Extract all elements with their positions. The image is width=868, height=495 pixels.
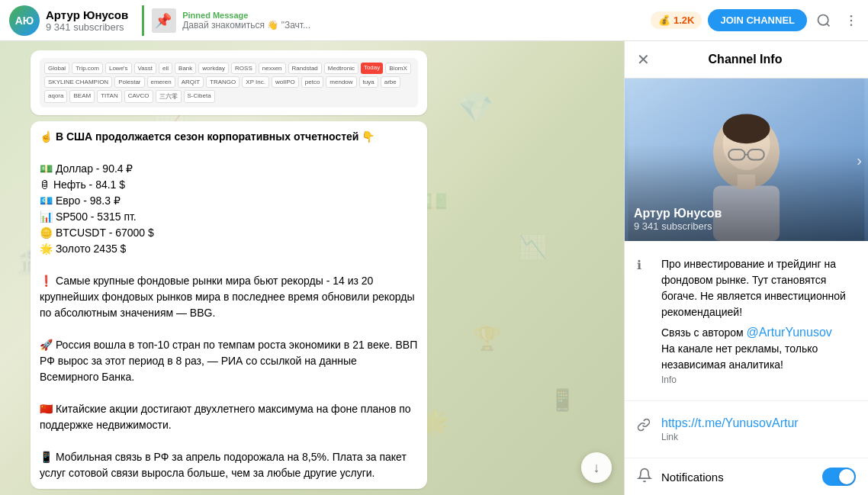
svg-text:📌: 📌 — [155, 12, 172, 29]
logo-aqora: aqora — [44, 90, 67, 103]
notifications-label: Notifications — [661, 471, 724, 484]
info-section-label: Info — [661, 374, 856, 385]
notifications-toggle[interactable] — [822, 468, 856, 486]
description-section: ℹ Про инвестирование и трейдинг на фондо… — [625, 241, 868, 401]
logo-beam: BEAM — [69, 90, 95, 103]
pinned-label: Pinned Message — [182, 11, 310, 20]
more-options-button[interactable] — [844, 13, 859, 28]
logo-tripcom: Trip.com — [72, 63, 103, 74]
logo-emeren: emeren — [147, 76, 175, 88]
svg-point-4 — [850, 14, 853, 17]
svg-point-6 — [850, 24, 853, 26]
logo-grid: Global Trip.com Lowe's Vasst ell Bank wo… — [40, 58, 418, 108]
bell-icon — [637, 468, 652, 486]
logo-titan: TITAN — [97, 90, 122, 103]
channel-info: Артур Юнусов 9 341 subscribers — [46, 8, 128, 33]
logo-polestar: Polestar — [114, 76, 144, 88]
message-text: ☝️ В США продолжается сезон корпоративны… — [40, 129, 418, 481]
logo-randstad: Randstad — [288, 63, 322, 74]
link-section: https://t.me/YunusovArtur Link — [625, 401, 868, 458]
chat-area[interactable]: 💰 📈 🪙 💎 🚀 📊 💵 🏦 ⭐ 🌐 📉 🔑 ⚡ 🏆 💹 🎯 🌟 📱 — [0, 41, 624, 495]
logo-mendow: mendow — [326, 76, 356, 88]
avatar: АЮ — [9, 5, 40, 36]
logo-medtronic: Medtronic — [324, 63, 358, 74]
logo-ross: ROSS — [231, 63, 256, 74]
link-icon — [637, 418, 652, 433]
logo-bank: Bank — [175, 63, 196, 74]
channel-link[interactable]: https://t.me/YunusovArtur — [661, 416, 799, 429]
logo-workday: workday — [198, 63, 229, 74]
members-badge: 💰 1.2K — [651, 11, 702, 29]
profile-overlay: Артур Юнусов 9 341 subscribers — [625, 79, 868, 241]
logo-san: 三六零 — [156, 90, 182, 103]
contact-text: Связь с автором @ArturYunusov — [661, 325, 856, 341]
logos-message: Global Trip.com Lowe's Vasst ell Bank wo… — [31, 50, 427, 115]
profile-name-block: Артур Юнусов 9 341 subscribers — [634, 207, 722, 232]
info-panel-title: Channel Info — [709, 53, 783, 66]
toggle-knob — [839, 469, 854, 484]
contact-note: На канале нет рекламы, только независима… — [661, 341, 856, 373]
scroll-down-button[interactable]: ↓ — [581, 452, 612, 483]
logo-ell: ell — [159, 63, 172, 74]
profile-subscribers: 9 341 subscribers — [634, 220, 722, 232]
channel-name: Артур Юнусов — [46, 8, 128, 21]
description-text: Про инвестирование и трейдинг на фондово… — [661, 256, 856, 320]
channel-info-panel: ✕ Channel Info — [624, 41, 868, 495]
members-count: 1.2K — [674, 14, 694, 26]
profile-photo[interactable]: Артур Юнусов 9 341 subscribers › — [625, 79, 868, 241]
header: АЮ Артур Юнусов 9 341 subscribers 📌 Pinn… — [0, 0, 868, 41]
logo-arqit: ARQIT — [178, 76, 204, 88]
link-content: https://t.me/YunusovArtur Link — [661, 416, 856, 442]
logo-skyline: SKYLINE CHAMPION — [44, 76, 112, 88]
join-channel-button[interactable]: JOIN CHANNEL — [708, 9, 807, 31]
notifications-row: Notifications — [625, 458, 868, 495]
svg-point-2 — [818, 14, 828, 24]
logo-xpinc: XP Inc. — [242, 76, 269, 88]
logo-nexxen: nexxen — [259, 63, 286, 74]
members-icon: 💰 — [658, 14, 670, 26]
chat-content: Global Trip.com Lowe's Vasst ell Bank wo… — [0, 41, 624, 495]
logo-scibeta: S-Cibeta — [184, 90, 215, 103]
link-row: https://t.me/YunusovArtur Link — [637, 410, 856, 448]
notifications-content: Notifications — [637, 468, 724, 486]
pinned-text-block: Pinned Message Давай знакомиться 👋 "Зачт… — [182, 11, 310, 31]
pinned-thumb: 📌 — [152, 8, 176, 33]
header-icons — [816, 13, 859, 28]
main-message: ☝️ В США продолжается сезон корпоративны… — [31, 121, 427, 489]
logo-biomx: BiomX — [385, 63, 411, 74]
logo-trango: TRANGO — [206, 76, 240, 88]
chevron-right-icon: › — [857, 151, 862, 169]
info-icon: ℹ — [637, 258, 652, 273]
pinned-message[interactable]: 📌 Pinned Message Давай знакомиться 👋 "За… — [142, 5, 645, 36]
pinned-text: Давай знакомиться 👋 "Зачт... — [182, 20, 310, 31]
logo-cavco: CAVCO — [124, 90, 153, 103]
contact-link[interactable]: @ArturYunusov — [747, 326, 832, 339]
description-content: Про инвестирование и трейдинг на фондово… — [661, 256, 856, 385]
subscriber-count: 9 341 subscribers — [46, 21, 128, 33]
link-label: Link — [661, 432, 856, 442]
search-button[interactable] — [816, 13, 831, 28]
profile-name: Артур Юнусов — [634, 207, 722, 220]
logo-tuya: tuya — [359, 76, 378, 88]
logo-petco: petco — [301, 76, 324, 88]
logo-today: Today — [361, 63, 383, 74]
logo-arbe: arbe — [381, 76, 400, 88]
contact-label: Связь с автором — [661, 326, 747, 339]
main-content: 💰 📈 🪙 💎 🚀 📊 💵 🏦 ⭐ 🌐 📉 🔑 ⚡ 🏆 💹 🎯 🌟 📱 — [0, 41, 868, 495]
logo-global: Global — [44, 63, 69, 74]
close-info-panel-button[interactable]: ✕ — [637, 50, 650, 69]
logo-lowes: Lowe's — [105, 63, 132, 74]
description-row: ℹ Про инвестирование и трейдинг на фондо… — [637, 250, 856, 391]
info-panel-header: ✕ Channel Info — [625, 41, 868, 79]
svg-line-3 — [827, 23, 830, 26]
logo-wolipo: wolIPO — [272, 76, 299, 88]
logo-vasst: Vasst — [134, 63, 156, 74]
svg-point-5 — [850, 19, 853, 21]
